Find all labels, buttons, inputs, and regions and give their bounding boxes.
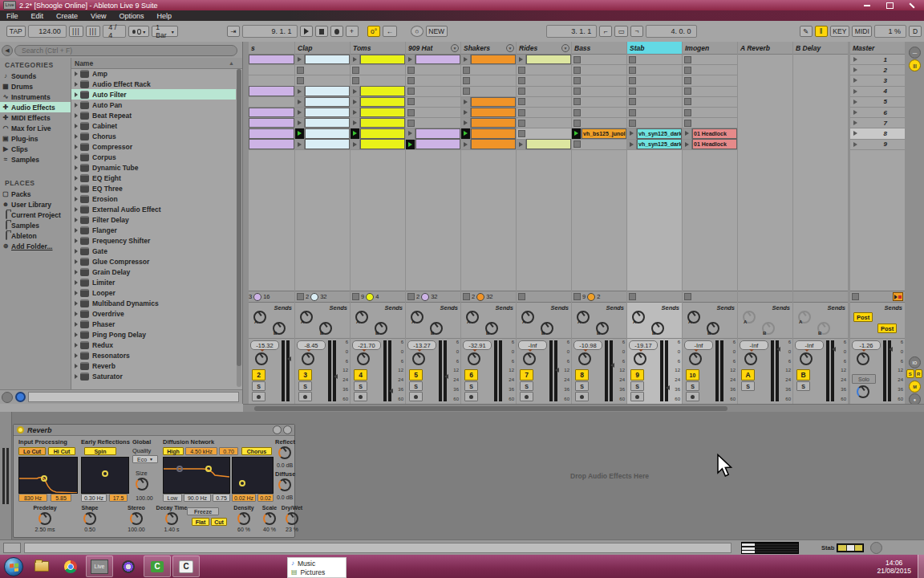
- sidebar-item-user-library[interactable]: ☻User Library: [0, 199, 71, 210]
- clip-play-icon[interactable]: [683, 140, 692, 149]
- fold-arrow-icon[interactable]: [75, 207, 78, 212]
- clip-slot[interactable]: [249, 108, 294, 118]
- clip-stop-button[interactable]: [352, 67, 359, 74]
- clip-slot[interactable]: [627, 75, 682, 86]
- clip[interactable]: [249, 86, 294, 96]
- menu-item-edit[interactable]: Edit: [31, 12, 44, 20]
- clip-slot[interactable]: [627, 108, 682, 118]
- track-header-imogen[interactable]: Imogen: [683, 42, 737, 55]
- nudge-down-button[interactable]: |||: [69, 26, 83, 37]
- track-header-bass[interactable]: Bass: [572, 42, 626, 55]
- show-desktop-button[interactable]: [918, 555, 924, 578]
- arrangement-position[interactable]: 9. 1. 1: [242, 25, 298, 38]
- arm-button[interactable]: [298, 392, 312, 401]
- clip-stop-button[interactable]: [407, 67, 415, 74]
- track-activator[interactable]: 6: [464, 369, 478, 381]
- clip-slot[interactable]: [517, 87, 571, 97]
- scene-1[interactable]: 1: [850, 55, 905, 65]
- clip-play-icon[interactable]: [295, 108, 305, 117]
- volume-value[interactable]: -Inf: [518, 340, 547, 350]
- clip-stop-button[interactable]: [573, 88, 581, 95]
- clip-slot[interactable]: [572, 97, 626, 108]
- browser-device-gate[interactable]: Gate: [71, 246, 236, 256]
- clip-stop-button[interactable]: [463, 67, 470, 74]
- loop-button[interactable]: ▭: [614, 26, 628, 37]
- browser-device-external-audio-effect[interactable]: External Audio Effect: [71, 204, 236, 214]
- fold-arrow-icon[interactable]: [75, 322, 78, 327]
- clip-play-icon[interactable]: [461, 118, 471, 128]
- clip-slot[interactable]: [295, 118, 350, 128]
- clip[interactable]: [471, 118, 516, 128]
- post-b-toggle[interactable]: Post: [877, 324, 897, 333]
- solo-button[interactable]: S: [520, 381, 533, 391]
- clip-slot[interactable]: [406, 65, 460, 75]
- clip[interactable]: [415, 139, 460, 149]
- flat-button[interactable]: Flat: [192, 518, 209, 526]
- clip-slot[interactable]: [572, 65, 626, 75]
- clip-slot[interactable]: [461, 140, 516, 150]
- device-view-selector[interactable]: [0, 412, 12, 539]
- clip-play-icon[interactable]: [517, 55, 526, 64]
- clip[interactable]: [471, 108, 516, 118]
- volume-value[interactable]: -Inf: [684, 340, 713, 350]
- clip-play-icon[interactable]: [406, 128, 415, 138]
- clip[interactable]: [305, 128, 350, 139]
- solo-button[interactable]: S: [409, 381, 423, 391]
- track-fold-icon[interactable]: ▼: [561, 44, 569, 52]
- clip[interactable]: [415, 128, 460, 139]
- freeze-button[interactable]: Freeze: [187, 507, 219, 515]
- browser-device-reverb[interactable]: Reverb: [71, 360, 236, 371]
- fold-arrow-icon[interactable]: [75, 155, 78, 160]
- clip-stop-button[interactable]: [573, 77, 581, 84]
- clip-stop-button[interactable]: [518, 109, 525, 116]
- browser-device-auto-filter[interactable]: Auto Filter: [71, 89, 236, 100]
- clip-slot[interactable]: [406, 128, 460, 139]
- jumplist-item-pictures[interactable]: ▤Pictures: [291, 568, 346, 576]
- track-header-s[interactable]: s: [249, 42, 294, 55]
- solo-button[interactable]: S: [354, 381, 367, 391]
- taskbar-camtasia-button[interactable]: C: [144, 556, 171, 577]
- send-b-knob[interactable]: B: [707, 322, 719, 335]
- clip-slot[interactable]: [683, 97, 737, 108]
- sends-returns-toggle[interactable]: SR: [906, 369, 922, 378]
- clip-slot[interactable]: [295, 55, 350, 65]
- send-a-knob[interactable]: A: [355, 311, 368, 324]
- clip-stop-button[interactable]: [573, 109, 581, 116]
- diffuse-value[interactable]: 0.0 dB: [274, 493, 296, 501]
- track-stop-all-icon[interactable]: [297, 293, 304, 300]
- fold-arrow-icon[interactable]: [75, 113, 78, 118]
- clip-slot[interactable]: [406, 55, 460, 65]
- clip-stop-button[interactable]: [407, 109, 415, 116]
- track-header-rides[interactable]: Rides▼: [517, 42, 571, 55]
- clip[interactable]: vh_syn125_dark: [637, 139, 682, 149]
- clip[interactable]: [305, 118, 350, 128]
- clip-stop-button[interactable]: [629, 88, 636, 95]
- arm-button[interactable]: [464, 392, 478, 401]
- sidebar-item-audio-effects[interactable]: ✚Audio Effects: [0, 102, 71, 112]
- input-filter-display[interactable]: [18, 457, 78, 494]
- clip[interactable]: [249, 108, 294, 118]
- pan-knob[interactable]: [468, 352, 480, 365]
- clip-slot[interactable]: [406, 75, 460, 86]
- pan-knob[interactable]: [357, 352, 370, 365]
- io-section-toggle[interactable]: IO: [909, 356, 921, 368]
- fold-arrow-icon[interactable]: [75, 259, 78, 264]
- browser-device-grain-delay[interactable]: Grain Delay: [71, 267, 236, 277]
- clip-slot[interactable]: [461, 75, 516, 86]
- input-q-value[interactable]: 5.85: [51, 494, 71, 502]
- clip-slot[interactable]: [517, 97, 571, 108]
- clip[interactable]: 01 Headlock: [692, 128, 737, 139]
- clip-stop-button[interactable]: [684, 109, 691, 116]
- loop-length-field[interactable]: 4. 0. 0: [646, 25, 697, 38]
- taskbar-explorer-button[interactable]: [28, 556, 55, 577]
- browser-device-resonators[interactable]: Resonators: [71, 350, 236, 360]
- track-header-stab[interactable]: Stab: [627, 42, 682, 55]
- clip-stop-button[interactable]: [518, 120, 525, 127]
- scene-5[interactable]: 5: [850, 97, 905, 108]
- play-button[interactable]: [300, 26, 313, 37]
- hot-swap-device-icon[interactable]: [273, 425, 282, 434]
- save-preset-icon[interactable]: [283, 425, 292, 434]
- clip-slot[interactable]: [406, 118, 460, 128]
- fold-arrow-icon[interactable]: [75, 82, 78, 87]
- send-b-knob[interactable]: B: [651, 322, 664, 335]
